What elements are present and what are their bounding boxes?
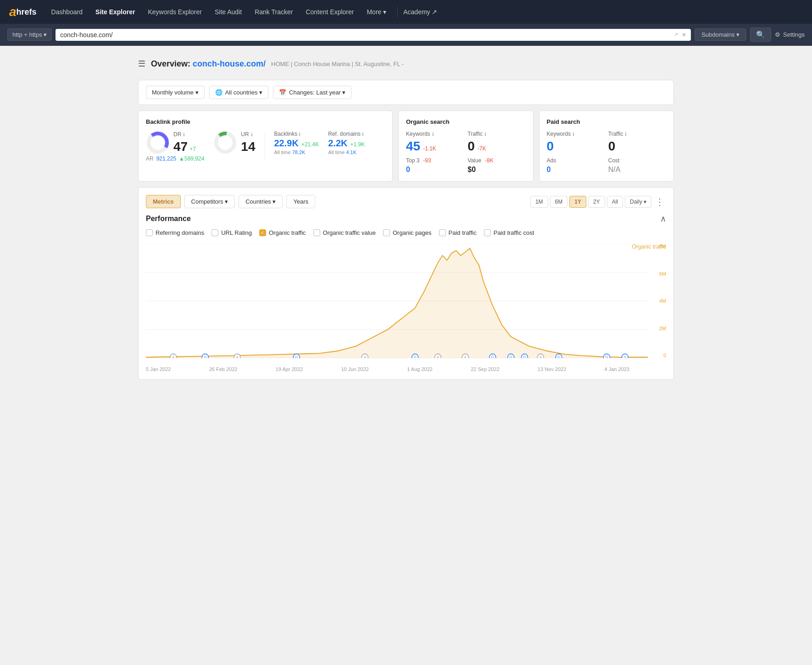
- checkbox-organic-traffic[interactable]: Organic traffic: [259, 229, 306, 236]
- changes-filter[interactable]: 📅 Changes: Last year ▾: [273, 86, 351, 99]
- paid-title: Paid search: [547, 118, 667, 125]
- svg-text:a: a: [539, 355, 542, 358]
- organic-traffic-label: Traffic ℹ: [467, 131, 525, 137]
- main-content: ☰ Overview: conch-house.com/ HOME | Conc…: [131, 46, 681, 387]
- paid-keywords-value: 0: [547, 139, 554, 153]
- time-1y[interactable]: 1Y: [569, 196, 586, 208]
- backlinks-alltime-value[interactable]: 78.2K: [292, 150, 306, 155]
- settings-button[interactable]: ⚙ Settings: [775, 31, 805, 38]
- backlinks-info[interactable]: ℹ: [299, 132, 300, 137]
- svg-text:G: G: [605, 355, 608, 358]
- ur-donut-chart: [213, 131, 237, 155]
- subdomain-select[interactable]: Subdomains ▾: [695, 28, 746, 41]
- paid-kw-info[interactable]: ℹ: [573, 132, 574, 137]
- url-input[interactable]: [60, 31, 670, 39]
- time-6m[interactable]: 6M: [550, 196, 568, 208]
- organic-grid: Keywords ℹ 45 -1.1K Traffic ℹ 0: [406, 131, 526, 174]
- svg-text:a: a: [172, 355, 174, 358]
- all-countries-filter[interactable]: 🌐 All countries ▾: [209, 86, 268, 99]
- page-title: Overview: conch-house.com/: [151, 59, 266, 69]
- nav-keywords-explorer[interactable]: Keywords Explorer: [142, 6, 207, 18]
- monthly-volume-filter[interactable]: Monthly volume ▾: [146, 86, 205, 99]
- checkbox-paid-traffic[interactable]: Paid traffic: [439, 229, 477, 236]
- dr-label: DR ℹ: [173, 131, 196, 138]
- svg-text:G: G: [523, 355, 526, 358]
- x-label-2: 19 Apr 2022: [276, 366, 303, 372]
- y-label-0: 0: [659, 353, 666, 358]
- backlink-title: Backlink profile: [146, 118, 385, 125]
- organic-traffic-value: 0: [467, 139, 475, 154]
- ar-change: ▲589,924: [179, 155, 204, 162]
- interval-daily[interactable]: Daily ▾: [625, 196, 651, 208]
- checkbox-icon-organic-traffic-value: [313, 229, 320, 236]
- protocol-select[interactable]: http + https ▾: [7, 28, 52, 41]
- nav-more[interactable]: More ▾: [361, 6, 392, 18]
- svg-text:G: G: [295, 355, 298, 358]
- ar-row: AR 921,225 ▲589,924: [146, 155, 204, 162]
- time-all[interactable]: All: [607, 196, 623, 208]
- time-1m[interactable]: 1M: [530, 196, 548, 208]
- checkbox-organic-traffic-value[interactable]: Organic traffic value: [313, 229, 376, 236]
- external-link-icon[interactable]: ↗: [674, 32, 678, 38]
- time-2y[interactable]: 2Y: [588, 196, 605, 208]
- nav-content-explorer[interactable]: Content Explorer: [300, 6, 359, 18]
- organic-traffic: Traffic ℹ 0 -7K: [467, 131, 525, 154]
- collapse-button[interactable]: ∧: [660, 214, 666, 224]
- search-button[interactable]: 🔍: [750, 28, 771, 42]
- backlinks-value: 22.9K: [274, 138, 299, 149]
- checkbox-icon-url-rating: [211, 229, 218, 236]
- dr-metric: DR ℹ 47 +7 AR 921,225 ▲589,924: [146, 131, 204, 162]
- nav-dashboard[interactable]: Dashboard: [46, 6, 89, 18]
- nav-rank-tracker[interactable]: Rank Tracker: [249, 6, 298, 18]
- ref-domains-alltime-value[interactable]: 4.1K: [346, 150, 356, 155]
- checkbox-referring-domains[interactable]: Referring domains: [146, 229, 204, 236]
- y-label-4m: 4M: [659, 298, 666, 304]
- chart-section: Metrics Competitors ▾ Countries ▾ Years …: [138, 187, 674, 380]
- paid-cost-value: N/A: [608, 166, 621, 173]
- paid-keywords-label: Keywords ℹ: [547, 131, 605, 137]
- clear-icon[interactable]: ✕: [682, 32, 686, 38]
- paid-traffic-label: Traffic ℹ: [608, 131, 666, 137]
- metrics-checkboxes: Referring domains URL Rating Organic tra…: [146, 229, 666, 236]
- checkbox-paid-traffic-cost[interactable]: Paid traffic cost: [484, 229, 534, 236]
- y-label-6m: 6M: [659, 271, 666, 277]
- ref-domains-info[interactable]: ℹ: [362, 132, 364, 137]
- organic-top3: Top 3 -93 0: [406, 157, 464, 174]
- url-input-wrap: ↗ ✕: [56, 29, 691, 41]
- svg-text:G: G: [491, 355, 494, 358]
- paid-grid: Keywords ℹ 0 Traffic ℹ 0 Ads 0: [547, 131, 667, 174]
- tab-metrics[interactable]: Metrics: [146, 195, 181, 208]
- svg-text:G: G: [557, 355, 560, 358]
- organic-keywords-change: -1.1K: [423, 145, 436, 152]
- organic-keywords-value-row: 45 -1.1K: [406, 139, 464, 154]
- tab-years[interactable]: Years: [286, 195, 315, 208]
- tab-competitors[interactable]: Competitors ▾: [184, 195, 235, 208]
- nav-site-audit[interactable]: Site Audit: [209, 6, 247, 18]
- nav-academy[interactable]: Academy ↗: [403, 8, 437, 16]
- domain-link[interactable]: conch-house.com/: [193, 59, 266, 68]
- paid-ads: Ads 0: [547, 157, 605, 174]
- ur-info-icon[interactable]: ℹ: [251, 132, 253, 137]
- org-traffic-info[interactable]: ℹ: [484, 132, 486, 137]
- organic-top3-value: 0: [406, 166, 410, 173]
- paid-cost: Cost N/A: [608, 157, 666, 174]
- x-label-1: 26 Feb 2022: [209, 366, 238, 372]
- tab-countries[interactable]: Countries ▾: [239, 195, 283, 208]
- page-header: ☰ Overview: conch-house.com/ HOME | Conc…: [138, 53, 674, 74]
- dr-info-icon[interactable]: ℹ: [183, 132, 185, 137]
- ur-metric: UR ℹ 14: [213, 131, 255, 155]
- ahrefs-logo[interactable]: ahrefs: [9, 5, 37, 19]
- nav-site-explorer[interactable]: Site Explorer: [90, 6, 140, 18]
- performance-title: Performance: [146, 215, 191, 223]
- organic-keywords-value: 45: [406, 139, 420, 154]
- dr-value-row: 47 +7: [173, 139, 196, 154]
- paid-traffic-info[interactable]: ℹ: [625, 132, 627, 137]
- ref-domains-change: +1.9K: [350, 141, 365, 148]
- organic-title: Organic search: [406, 118, 526, 125]
- more-options-button[interactable]: ⋮: [653, 196, 666, 207]
- x-label-7: 4 Jan 2023: [605, 366, 629, 372]
- hamburger-menu[interactable]: ☰: [138, 59, 145, 69]
- org-kw-info[interactable]: ℹ: [432, 132, 434, 137]
- checkbox-url-rating[interactable]: URL Rating: [211, 229, 252, 236]
- checkbox-organic-pages[interactable]: Organic pages: [383, 229, 432, 236]
